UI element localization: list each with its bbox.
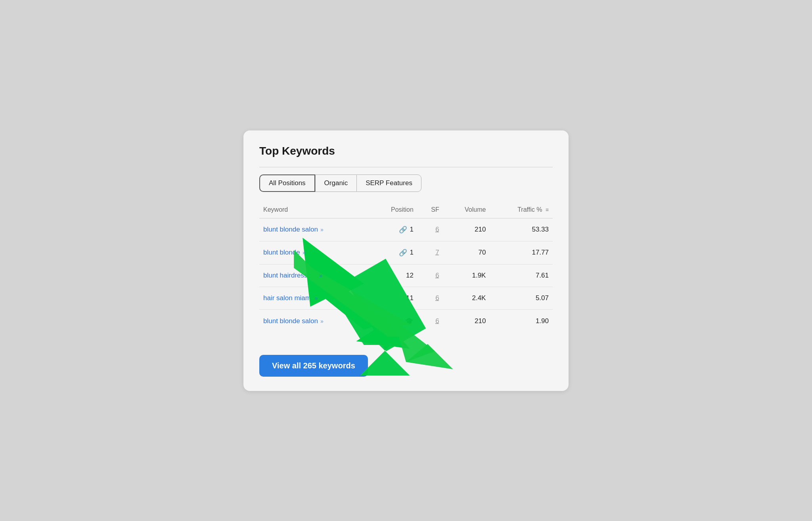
keyword-cell: blunt hairdressers » — [259, 264, 369, 287]
graduation-cap-icon: 🎓 — [405, 317, 414, 326]
col-header-sf: SF — [417, 203, 443, 218]
table-row: blunt blonde salon » 🎓 6 210 1.90 — [259, 309, 553, 333]
header-divider — [259, 167, 553, 167]
table-row: blunt hairdressers » 12 6 1.9K 7.61 — [259, 264, 553, 287]
top-keywords-card: Top Keywords All Positions Organic SERP … — [243, 130, 569, 391]
keyword-cell: blunt blonde » — [259, 241, 369, 264]
sf-cell: 6 — [417, 287, 443, 309]
tab-all-positions[interactable]: All Positions — [259, 174, 315, 192]
link-icon: 🔗 — [399, 226, 407, 234]
keywords-table: Keyword Position SF Volume Traffic % ≡ b… — [259, 203, 553, 333]
keyword-cell: blunt blonde salon » — [259, 218, 369, 241]
traffic-cell: 53.33 — [490, 218, 553, 241]
chevron-icon: » — [319, 272, 322, 279]
col-header-traffic: Traffic % ≡ — [490, 203, 553, 218]
tabs-container: All Positions Organic SERP Features — [259, 174, 553, 192]
col-header-keyword: Keyword — [259, 203, 369, 218]
chevron-icon: » — [320, 318, 324, 324]
traffic-cell: 1.90 — [490, 309, 553, 333]
position-cell: 11 — [369, 287, 417, 309]
keyword-cell: blunt blonde salon » — [259, 309, 369, 333]
view-button-container: View all 265 keywords — [259, 344, 553, 377]
chevron-icon: » — [320, 226, 324, 233]
position-cell: 🎓 — [369, 309, 417, 333]
chevron-icon: » — [303, 249, 306, 256]
tab-serp-features[interactable]: SERP Features — [356, 174, 421, 192]
volume-cell: 210 — [443, 218, 490, 241]
chevron-icon: » — [315, 295, 318, 301]
volume-cell: 210 — [443, 309, 490, 333]
table-row: hair salon miami » 11 6 2.4K 5.07 — [259, 287, 553, 309]
volume-cell: 1.9K — [443, 264, 490, 287]
traffic-cell: 5.07 — [490, 287, 553, 309]
sf-cell: 6 — [417, 218, 443, 241]
link-icon: 🔗 — [399, 249, 407, 257]
keyword-cell: hair salon miami » — [259, 287, 369, 309]
col-header-position: Position — [369, 203, 417, 218]
table-row: blunt blonde » 🔗 1 7 70 17.77 — [259, 241, 553, 264]
position-cell: 🔗 1 — [369, 218, 417, 241]
traffic-cell: 17.77 — [490, 241, 553, 264]
volume-cell: 70 — [443, 241, 490, 264]
sf-cell: 6 — [417, 309, 443, 333]
position-cell: 12 — [369, 264, 417, 287]
traffic-cell: 7.61 — [490, 264, 553, 287]
sf-cell: 6 — [417, 264, 443, 287]
sf-cell: 7 — [417, 241, 443, 264]
view-all-keywords-button[interactable]: View all 265 keywords — [259, 355, 368, 377]
filter-icon[interactable]: ≡ — [546, 207, 549, 213]
volume-cell: 2.4K — [443, 287, 490, 309]
position-cell: 🔗 1 — [369, 241, 417, 264]
table-row: blunt blonde salon » 🔗 1 6 210 53.33 — [259, 218, 553, 241]
tab-organic[interactable]: Organic — [315, 174, 357, 192]
col-header-volume: Volume — [443, 203, 490, 218]
card-title: Top Keywords — [259, 145, 553, 157]
